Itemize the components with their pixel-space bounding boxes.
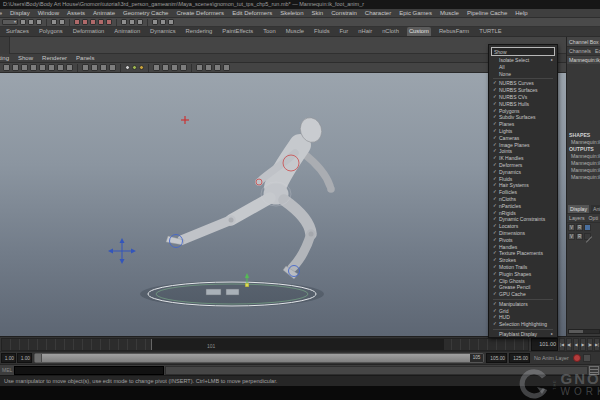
construction-history-icon[interactable] [137, 19, 143, 25]
show-menu-title-field[interactable]: Show [491, 47, 555, 56]
wireframe-icon[interactable] [125, 65, 130, 70]
show-menu-item-nparticles[interactable]: ✓nParticles [491, 203, 555, 210]
show-menu-item-grease-pencil[interactable]: ✓Grease Pencil [491, 284, 555, 291]
shelf-tab-polygons[interactable]: Polygons [37, 27, 65, 36]
menu-edit-deformers[interactable]: Edit Deformers [232, 10, 272, 16]
exposure-icon[interactable] [223, 64, 230, 71]
layer-type-toggle[interactable]: R [576, 224, 583, 231]
show-menu-item-dynamic-constraints[interactable]: ✓Dynamic Constraints [491, 216, 555, 223]
show-menu-item-dynamics[interactable]: ✓Dynamics [491, 169, 555, 176]
show-menu-item-polygons[interactable]: ✓Polygons [491, 108, 555, 115]
shelf-tab-deformation[interactable]: Deformation [71, 27, 107, 36]
ipr-render-icon[interactable] [160, 19, 166, 25]
menu-window[interactable]: Window [38, 10, 59, 16]
menu-epic-games[interactable]: Epic Games [399, 10, 432, 16]
show-menu-item-fluids[interactable]: ✓Fluids [491, 176, 555, 183]
playback-start-field[interactable]: 1.00 [17, 353, 32, 363]
show-menu-item-gpu-cache[interactable]: ✓GPU Cache [491, 291, 555, 298]
shelf-tab-custom[interactable]: Custom [407, 27, 431, 36]
motion-blur-icon[interactable] [180, 64, 187, 71]
show-menu-item-none[interactable]: None [491, 71, 555, 78]
step-back-key-button[interactable]: ◀| [566, 338, 572, 351]
panel-menu-lighting[interactable]: Lighting [0, 55, 9, 61]
show-menu-item-follicles[interactable]: ✓Follicles [491, 189, 555, 196]
range-slider-right-handle[interactable]: 105 [470, 354, 483, 362]
channel-box-menu-edit[interactable]: Edit [595, 47, 600, 55]
resolution-gate-icon[interactable] [91, 64, 98, 71]
shelf-tab-toon[interactable]: Toon [261, 27, 278, 36]
shelf-tab-rebusfarm[interactable]: RebusFarm [437, 27, 471, 36]
command-input[interactable] [14, 366, 164, 375]
time-slider[interactable]: 101 [1, 338, 529, 351]
shelf-content[interactable] [0, 37, 566, 54]
shape-node-row[interactable]: Mannequin:ik [567, 139, 600, 146]
output-node-row[interactable]: Mannequin:ik [567, 174, 600, 181]
isolate-select-icon[interactable] [196, 64, 203, 71]
show-menu-item-planes[interactable]: ✓Planes [491, 121, 555, 128]
window-titlebar[interactable]: D:\Users\Body\Body Art House\Gnomon\tuto… [0, 0, 600, 9]
viewport-3d[interactable] [0, 73, 566, 336]
menu-skeleton[interactable]: Skeleton [280, 10, 303, 16]
shelf-tab-fluids[interactable]: Fluids [312, 27, 331, 36]
output-node-row[interactable]: Mannequin:ik [567, 153, 600, 160]
animation-end-field[interactable]: 125.00 [509, 353, 530, 363]
go-to-end-button[interactable]: ▶| [594, 338, 600, 351]
snap-surface-icon[interactable] [106, 19, 112, 25]
shelf-tab-surfaces[interactable]: Surfaces [4, 27, 31, 36]
show-menu-item-lights[interactable]: ✓Lights [491, 128, 555, 135]
layer-visibility-toggle[interactable]: V [568, 224, 575, 231]
time-slider-selected-range[interactable]: 101 [151, 339, 444, 350]
show-menu-item-locators[interactable]: ✓Locators [491, 223, 555, 230]
2d-pan-zoom-icon[interactable] [48, 64, 55, 71]
show-menu-item-nurbs-surfaces[interactable]: ✓NURBS Surfaces [491, 87, 555, 94]
step-back-button[interactable]: ◀ [573, 338, 579, 351]
layer-color-swatch[interactable] [584, 224, 591, 231]
show-menu-item-subdiv-surfaces[interactable]: ✓Subdiv Surfaces [491, 114, 555, 121]
panel-menu-panels[interactable]: Panels [76, 55, 94, 61]
show-menu-item-joints[interactable]: ✓Joints [491, 148, 555, 155]
layer-row-1[interactable]: VR [567, 223, 600, 232]
shelf-tab-nhair[interactable]: nHair [356, 27, 374, 36]
menu-geometry-cache[interactable]: Geometry Cache [123, 10, 168, 16]
shelf-menu-arrows[interactable] [0, 37, 10, 54]
menu-create[interactable]: Create [0, 10, 2, 16]
panel-menu-show[interactable]: Show [18, 55, 33, 61]
go-to-start-button[interactable]: |◀ [559, 338, 565, 351]
shelf-tab-fur[interactable]: Fur [338, 27, 351, 36]
show-menu-item-ncloths[interactable]: ✓nCloths [491, 196, 555, 203]
show-menu-item-image-planes[interactable]: ✓Image Planes [491, 142, 555, 149]
show-menu-item-clip-ghosts[interactable]: ✓Clip Ghosts [491, 278, 555, 285]
render-icon[interactable] [152, 19, 158, 25]
undo-icon[interactable] [51, 19, 57, 25]
layer-type-toggle[interactable]: R [576, 233, 583, 240]
playback-end-field[interactable]: 105.00 [486, 353, 507, 363]
layer-editor-menu-opti[interactable]: Opti [589, 214, 599, 222]
panel-menu-renderer[interactable]: Renderer [42, 55, 67, 61]
animation-start-field[interactable]: 1.00 [1, 353, 16, 363]
range-slider-left-handle[interactable] [35, 354, 42, 362]
menu-pipeline-cache[interactable]: Pipeline Cache [467, 10, 507, 16]
shelf-tab-muscle[interactable]: Muscle [284, 27, 306, 36]
select-camera-icon[interactable] [3, 64, 10, 71]
show-menu-item-grid[interactable]: ✓Grid [491, 308, 555, 315]
output-connections-icon[interactable] [129, 19, 135, 25]
show-menu-item-selection-highlighting[interactable]: ✓Selection Highlighting [491, 321, 555, 328]
step-forward-button[interactable]: |▶ [587, 338, 593, 351]
anim-layer-selector[interactable]: No Anim Layer [534, 355, 569, 361]
show-menu-item-isolate-select[interactable]: Isolate Select▸ [491, 57, 555, 64]
shaded-icon[interactable] [132, 65, 137, 70]
layer-row-2[interactable]: VR [567, 232, 600, 241]
show-menu-item-dimensions[interactable]: ✓Dimensions [491, 230, 555, 237]
range-slider-bar[interactable]: 105 [34, 353, 484, 363]
xray-icon[interactable] [205, 64, 212, 71]
redo-icon[interactable] [59, 19, 65, 25]
show-menu-item-hair-systems[interactable]: ✓Hair Systems [491, 182, 555, 189]
move-manipulator[interactable] [245, 273, 249, 287]
layer-editor-tab-anim[interactable]: Anim [591, 205, 600, 213]
show-menu-item-nurbs-cvs[interactable]: ✓NURBS CVs [491, 94, 555, 101]
show-menu-item-ik-handles[interactable]: ✓IK Handles [491, 155, 555, 162]
show-menu-item-playblast-display[interactable]: Playblast Display▸ [491, 331, 555, 338]
play-forward-button[interactable]: ▶ [580, 338, 586, 351]
textured-icon[interactable] [139, 65, 144, 70]
snap-curve-icon[interactable] [82, 19, 88, 25]
